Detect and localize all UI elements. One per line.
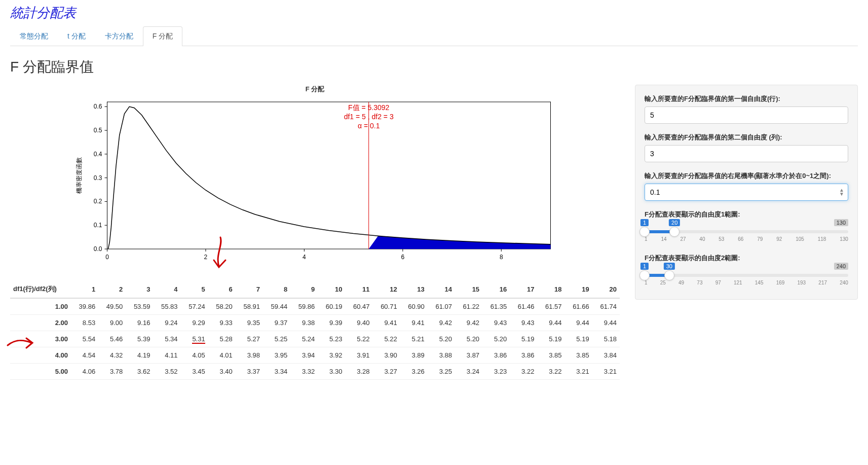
svg-text:0: 0 bbox=[105, 254, 109, 261]
table-cell: 5.27 bbox=[236, 331, 263, 347]
table-cell: 5.22 bbox=[373, 331, 400, 347]
stepper-arrows-icon[interactable]: ▲▼ bbox=[839, 188, 844, 196]
table-cell: 4.32 bbox=[98, 347, 126, 364]
table-cell: 3.28 bbox=[345, 364, 372, 380]
table-cell: 61.07 bbox=[428, 298, 455, 315]
table-row: 4.004.544.324.194.114.054.013.983.953.94… bbox=[10, 347, 620, 364]
table-cell: 5.46 bbox=[98, 331, 126, 347]
table-cell: 57.24 bbox=[181, 298, 208, 315]
df1-input[interactable] bbox=[645, 106, 848, 124]
table-cell: 5.22 bbox=[345, 331, 372, 347]
table-cell: 9.40 bbox=[345, 315, 372, 331]
svg-text:0.2: 0.2 bbox=[94, 198, 102, 205]
table-cell: 9.29 bbox=[181, 315, 208, 331]
table-cell: 9.16 bbox=[126, 315, 153, 331]
df2-range-label: F分配查表要顯示的自由度2範圍: bbox=[645, 254, 848, 263]
df2-input-label: 輸入所要查的F分配臨界值的第二個自由度 (列): bbox=[645, 133, 848, 142]
table-cell: 3.26 bbox=[400, 364, 428, 380]
table-cell: 4.06 bbox=[71, 364, 98, 380]
table-cell: 5.39 bbox=[126, 331, 153, 347]
table-cell: 5.20 bbox=[455, 331, 482, 347]
table-cell: 9.44 bbox=[565, 315, 592, 331]
table-cell: 3.98 bbox=[236, 347, 263, 364]
table-cell: 9.42 bbox=[455, 315, 482, 331]
table-cell: 3.90 bbox=[373, 347, 400, 364]
df1-input-label: 輸入所要查的F分配臨界值的第一個自由度(行): bbox=[645, 94, 848, 103]
table-cell: 59.86 bbox=[290, 298, 318, 315]
table-cell: 9.43 bbox=[510, 315, 537, 331]
table-cell: 3.86 bbox=[510, 347, 537, 364]
table-cell: 59.44 bbox=[263, 298, 290, 315]
table-cell: 3.30 bbox=[318, 364, 345, 380]
table-cell: 5.24 bbox=[290, 331, 318, 347]
table-cell: 3.27 bbox=[373, 364, 400, 380]
table-cell: 3.78 bbox=[98, 364, 126, 380]
section-title: F 分配臨界值 bbox=[10, 57, 858, 77]
svg-text:4: 4 bbox=[303, 254, 306, 261]
table-cell: 60.90 bbox=[400, 298, 428, 315]
tab-2[interactable]: 卡方分配 bbox=[95, 26, 143, 46]
df1-range-label: F分配查表要顯示的自由度1範圍: bbox=[645, 210, 848, 219]
table-cell: 5.19 bbox=[537, 331, 564, 347]
svg-text:機率密度函數: 機率密度函數 bbox=[76, 157, 83, 194]
table-cell: 3.92 bbox=[318, 347, 345, 364]
table-cell: 9.35 bbox=[236, 315, 263, 331]
table-cell: 5.19 bbox=[510, 331, 537, 347]
f-critical-value-table: df1(行)/df2(列)123456789101112131415161718… bbox=[10, 280, 620, 380]
table-cell: 3.87 bbox=[455, 347, 482, 364]
df2-range-slider[interactable]: 130240125497397121145169193217240 bbox=[645, 266, 848, 288]
slider-handle-lo[interactable] bbox=[639, 270, 650, 280]
slider-handle-hi[interactable] bbox=[664, 270, 674, 280]
table-cell: 39.86 bbox=[71, 298, 98, 315]
svg-text:0.0: 0.0 bbox=[94, 245, 102, 253]
svg-text:0.4: 0.4 bbox=[94, 151, 102, 158]
table-cell: 3.22 bbox=[537, 364, 564, 380]
alpha-input[interactable] bbox=[645, 184, 848, 201]
table-cell: 3.21 bbox=[592, 364, 620, 380]
table-cell: 55.83 bbox=[153, 298, 180, 315]
table-cell: 5.21 bbox=[400, 331, 428, 347]
tab-3[interactable]: F 分配 bbox=[143, 26, 182, 46]
distribution-tabs: 常態分配t 分配卡方分配F 分配 bbox=[10, 26, 858, 46]
svg-text:8: 8 bbox=[500, 254, 503, 261]
table-cell: 5.19 bbox=[565, 331, 592, 347]
table-cell: 61.22 bbox=[455, 298, 482, 315]
df1-range-slider[interactable]: 120130114274053667992105118130 bbox=[645, 222, 848, 244]
table-cell: 3.37 bbox=[236, 364, 263, 380]
table-cell: 5.23 bbox=[318, 331, 345, 347]
table-cell: 5.20 bbox=[428, 331, 455, 347]
table-row: 1.0039.8649.5053.5955.8357.2458.2058.915… bbox=[10, 298, 620, 315]
chart-title: F 分配 bbox=[10, 85, 620, 94]
table-cell: 61.46 bbox=[510, 298, 537, 315]
table-cell: 3.23 bbox=[482, 364, 510, 380]
table-cell: 9.38 bbox=[290, 315, 318, 331]
svg-text:6: 6 bbox=[401, 254, 404, 261]
table-cell: 3.24 bbox=[455, 364, 482, 380]
table-cell: 5.31 bbox=[181, 331, 208, 347]
tab-1[interactable]: t 分配 bbox=[58, 26, 95, 46]
page-title: 統計分配表 bbox=[10, 0, 858, 25]
alpha-input-label: 輸入所要查的F分配臨界值的右尾機率(顯著水準介於在0~1之間): bbox=[645, 171, 848, 181]
df2-input[interactable] bbox=[645, 145, 848, 162]
table-cell: 61.57 bbox=[537, 298, 564, 315]
svg-text:F值 = 5.3092: F值 = 5.3092 bbox=[348, 103, 390, 112]
table-cell: 58.20 bbox=[208, 298, 236, 315]
tab-0[interactable]: 常態分配 bbox=[10, 26, 58, 46]
table-cell: 60.71 bbox=[373, 298, 400, 315]
table-cell: 61.74 bbox=[592, 298, 620, 315]
table-cell: 9.42 bbox=[428, 315, 455, 331]
table-row: 5.004.063.783.623.523.453.403.373.343.32… bbox=[10, 364, 620, 380]
table-cell: 4.54 bbox=[71, 347, 98, 364]
annotation-arrow-right bbox=[5, 335, 35, 350]
table-cell: 5.34 bbox=[153, 331, 180, 347]
table-cell: 9.00 bbox=[98, 315, 126, 331]
svg-rect-0 bbox=[107, 102, 551, 249]
table-cell: 9.41 bbox=[373, 315, 400, 331]
slider-handle-lo[interactable] bbox=[639, 227, 650, 237]
slider-handle-hi[interactable] bbox=[669, 227, 680, 237]
table-cell: 3.85 bbox=[565, 347, 592, 364]
table-cell: 3.86 bbox=[482, 347, 510, 364]
table-cell: 61.35 bbox=[482, 298, 510, 315]
svg-text:0.1: 0.1 bbox=[94, 222, 102, 229]
table-cell: 9.33 bbox=[208, 315, 236, 331]
